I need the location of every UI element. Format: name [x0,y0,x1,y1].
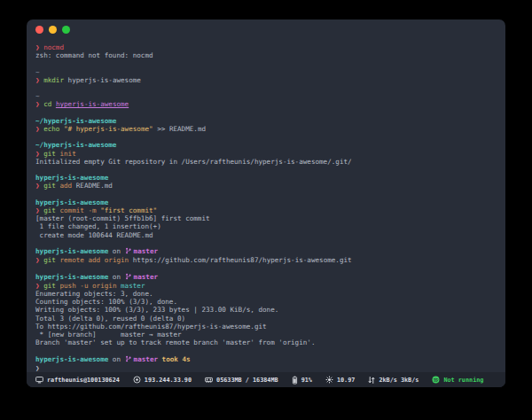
minimize-button[interactable] [49,26,57,34]
terminal-line: 1 file changed, 1 insertion(+) [35,222,497,230]
terminal-text: ~ [35,68,40,76]
terminal-text: ~ [35,92,40,100]
status-bar: raftheunis@100130624193.244.33.9005633MB… [27,372,505,387]
terminal-line [35,109,497,117]
terminal-line [35,264,497,272]
terminal-text: cd [43,100,56,108]
status-item-cpu: 10.97 [325,376,355,384]
terminal-text: >> README.md [153,125,206,133]
terminal-text: git [43,282,59,290]
status-item-label: 193.244.33.90 [145,377,192,384]
status-item-label: 10.97 [337,377,355,384]
terminal-text: ❯ [35,150,43,158]
terminal-text: create mode 100644 README.md [35,231,153,239]
terminal-line: ❯ git push -u origin master [35,282,497,290]
terminal-text: Total 3 (delta 0), reused 0 (delta 0) [35,315,185,323]
terminal-text: master [134,355,158,363]
terminal-text: on [108,273,124,281]
terminal-text: ❯ [35,76,43,84]
terminal-line [35,166,497,174]
status-item-label: 05633MB / 16384MB [216,377,278,384]
terminal-line [35,59,497,67]
terminal-text: ~/hyperjs-is-awesome [35,141,116,149]
terminal-line: ❯ mkdir hyperjs-is-awesome [35,76,497,84]
terminal-text: ❯ [35,206,43,214]
terminal-text: "# hyperjs-is-awesome" [64,125,153,133]
desktop: { "palette": { "background": "#282d38", … [0,0,532,420]
display-icon [35,376,43,384]
terminal-text: ❯ [35,125,43,133]
terminal-text: origin [105,256,133,264]
terminal-text: master [134,273,158,281]
terminal-text: git [43,182,59,190]
terminal-line: Enumerating objects: 3, done. [35,290,497,298]
terminal-text: nocmd [43,43,64,51]
terminal-text: Branch 'master' set up to track remote b… [35,338,315,346]
terminal-text: init [59,150,75,158]
terminal-text: Initialized empty Git repository in /Use… [35,158,352,166]
terminal-line: ❯ [35,364,497,372]
cpu-icon [325,376,333,384]
speed-icon [368,376,375,385]
terminal-text: To https://github.com/raftheunis87/hyper… [35,323,267,331]
terminal-text: Writing objects: 100% (3/3), 233 bytes |… [35,306,278,314]
terminal-text: zsh: command not found: nocmd [35,51,153,59]
terminal-line: ❯ git add README.md [35,182,497,190]
status-item-hostname: raftheunis@100130624 [35,376,120,384]
terminal-line: ❯ nocmd [35,43,497,51]
terminal-text: -u [80,282,92,290]
terminal-text: ❯ [35,282,43,290]
terminal-text: * [new branch] master → master [35,331,182,338]
terminal-line: ~ [35,68,497,76]
terminal-output[interactable]: ❯ nocmdzsh: command not found: nocmd~❯ m… [27,39,505,372]
terminal-text: ❯ [35,256,43,264]
terminal-text: -m [88,206,100,214]
terminal-text: 1 file changed, 1 insertion(+) [35,222,161,230]
terminal-window: ❯ nocmdzsh: command not found: nocmd~❯ m… [27,19,505,387]
terminal-text: ~/hyperjs-is-awesome [35,117,116,125]
terminal-text: mkdir [43,76,67,84]
terminal-line: hyperjs-is-awesome on master [35,247,497,256]
terminal-line [35,346,497,354]
terminal-text: add [88,256,104,264]
network-icon [133,376,141,384]
terminal-line [35,239,497,247]
terminal-line: Initialized empty Git repository in /Use… [35,158,497,166]
terminal-line: [master (root-commit) 5ffb1b6] first com… [35,214,497,222]
terminal-line: ~/hyperjs-is-awesome [35,117,497,125]
terminal-text: Counting objects: 100% (3/3), done. [35,298,177,306]
terminal-line: hyperjs-is-awesome [35,174,497,182]
terminal-line: ❯ git remote add origin https://github.c… [35,256,497,264]
terminal-text: git [43,256,59,264]
terminal-line [35,133,497,141]
terminal-text: on [108,247,124,255]
terminal-text: on [108,355,124,363]
status-item-network-speed: 2kB/s 3kB/s [368,376,419,385]
terminal-text: ❯ [35,100,43,108]
terminal-text: README.md [76,182,113,190]
window-titlebar[interactable] [27,19,505,39]
status-item-battery: 91% [292,376,312,385]
close-button[interactable] [35,26,43,34]
terminal-text: ❯ [35,364,40,372]
terminal-text: hyperjs-is-awesome [35,174,108,182]
terminal-text: master [134,247,158,255]
terminal-text: master [121,282,145,290]
terminal-text: add [59,182,75,190]
terminal-text: remote [59,256,88,264]
terminal-text: hyperjs-is-awesome [35,247,108,255]
terminal-line: create mode 100644 README.md [35,231,497,239]
git-branch-icon [125,273,131,282]
terminal-text: "first commit" [100,206,157,214]
terminal-text: git [43,150,59,158]
terminal-text: took 4s [158,355,191,363]
memory-icon [205,376,213,384]
battery-icon [292,376,298,385]
terminal-text: hyperjs-is-awesome [35,273,108,281]
terminal-line: zsh: command not found: nocmd [35,51,497,59]
terminal-line: Writing objects: 100% (3/3), 233 bytes |… [35,306,497,314]
terminal-line: Total 3 (delta 0), reused 0 (delta 0) [35,315,497,323]
terminal-line: * [new branch] master → master [35,331,497,338]
zoom-button[interactable] [62,26,70,34]
terminal-text: ❯ [35,43,43,51]
